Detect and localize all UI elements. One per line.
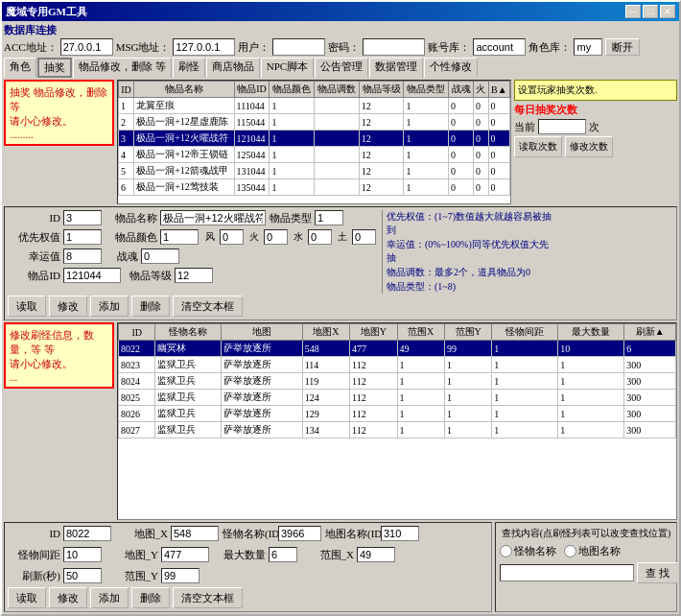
search-input[interactable]: [500, 564, 634, 581]
name-input[interactable]: [160, 210, 266, 225]
earth-input[interactable]: [352, 229, 376, 245]
item-table-container[interactable]: ID 物品名称 物品ID 物品颜色 物品调数 物品等级 物品类型 战魂 火 B▲: [117, 80, 511, 204]
m-del-button[interactable]: 删除: [131, 587, 170, 608]
m-mapx-input[interactable]: [171, 526, 219, 541]
item-del-button[interactable]: 删除: [131, 296, 170, 317]
edit-row-id: ID 物品名称 物品类型: [8, 210, 376, 225]
radio-map[interactable]: [564, 545, 576, 557]
level-label: 物品等级: [124, 269, 172, 283]
m-col-x: 地图X: [302, 324, 349, 341]
table-row[interactable]: 4极品一洞+12帝王锁链1250441121000: [119, 147, 510, 163]
m-col-ry: 范围Y: [444, 324, 491, 341]
edit-row-itemid: 物品ID 物品等级: [8, 268, 376, 283]
m-read-button[interactable]: 读取: [8, 587, 46, 608]
hint3: 物品调数：最多2个，道具物品为0: [387, 266, 554, 279]
item-edit-button[interactable]: 修改: [49, 296, 87, 317]
table-row[interactable]: 8024监狱卫兵萨举放逐所1191121111300: [119, 373, 676, 390]
water-input[interactable]: [308, 229, 332, 245]
item-edit-btns: 读取 修改 添加 删除 清空文本框: [8, 296, 673, 317]
item-read-button[interactable]: 读取: [8, 296, 46, 317]
title-bar: 魔域专用GM工具 ─ □ ✕: [2, 2, 679, 21]
lottery-daily-label: 每日抽奖次数: [514, 103, 577, 117]
m-rangex-input[interactable]: [357, 547, 395, 562]
table-row[interactable]: 8027监狱卫兵萨举放逐所1341121111300: [119, 422, 676, 438]
m-name-label: 怪物名称(ID): [223, 527, 275, 541]
table-row[interactable]: 3极品一洞+12火曜战符1210441121000: [119, 130, 510, 147]
acc-addr-input[interactable]: [60, 38, 113, 56]
monster-table-container[interactable]: ID 怪物名称 地图 地图X 地图Y 范围X 范围Y 怪物间距 最大数量 刷新▲: [117, 322, 677, 520]
priority-input[interactable]: [63, 229, 102, 245]
m-mapname-input[interactable]: [381, 526, 419, 541]
lottery-read-button[interactable]: 读取次数: [514, 136, 562, 157]
maximize-button[interactable]: □: [643, 5, 658, 18]
m-clear-button[interactable]: 清空文本框: [173, 587, 243, 608]
table-row[interactable]: 8025监狱卫兵萨举放逐所1241121111300: [119, 390, 676, 406]
m-col-name: 怪物名称: [155, 324, 222, 341]
search-button[interactable]: 查 找: [637, 562, 677, 583]
table-row[interactable]: 6极品一洞+12莺技装1350441121000: [119, 179, 510, 196]
edit-col-left: ID 物品名称 物品类型 优先权值 物品颜色 风: [8, 210, 376, 294]
tab-data[interactable]: 数据管理: [369, 58, 423, 78]
luck-input[interactable]: [63, 249, 102, 264]
radio-map-text: 地图名称: [578, 544, 621, 558]
bottom-section: 修改刷怪信息，数量，等 等 请小心修改。 ... ID 怪物名称 地图 地图X: [4, 322, 677, 612]
pwd-input[interactable]: [363, 38, 425, 56]
m-edit-row-dist: 怪物间距: [8, 547, 102, 562]
lottery-btns: 读取次数 修改次数: [514, 136, 677, 157]
level-input[interactable]: [175, 268, 213, 283]
tab-role[interactable]: 角色: [4, 58, 36, 78]
db-input[interactable]: [473, 38, 526, 56]
wind-input[interactable]: [220, 229, 244, 245]
lottery-current-input[interactable]: [538, 119, 586, 134]
m-mapy-input[interactable]: [161, 547, 209, 562]
tab-item[interactable]: 物品修改，删除 等: [73, 58, 172, 78]
table-row[interactable]: 8026监狱卫兵萨举放逐所1291121111300: [119, 406, 676, 422]
item-id-input[interactable]: [63, 268, 121, 283]
connect-button[interactable]: 断开: [605, 38, 640, 56]
tab-npc[interactable]: NPC脚本: [261, 58, 314, 78]
zhanhun-input[interactable]: [141, 249, 179, 264]
tab-lottery[interactable]: 抽奖: [37, 58, 72, 78]
notice2-col: 修改刷怪信息，数量，等 等 请小心修改。 ...: [4, 322, 114, 520]
item-clear-button[interactable]: 清空文本框: [173, 296, 243, 317]
m-col-refresh: 刷新▲: [624, 324, 676, 341]
m-max-input[interactable]: [269, 547, 297, 562]
msg-addr-input[interactable]: [173, 38, 235, 56]
msg-addr-label: MSG地址：: [116, 40, 171, 55]
m-rangey-input[interactable]: [161, 568, 200, 583]
m-name-input[interactable]: [278, 526, 321, 541]
edit-row-luck: 幸运值 战魂: [8, 249, 376, 264]
m-refresh-input[interactable]: [63, 568, 102, 583]
table-row[interactable]: 8023监狱卫兵萨举放逐所1141121111300: [119, 357, 676, 373]
close-button[interactable]: ✕: [660, 5, 675, 18]
table-row[interactable]: 5极品一洞+12箭魂战甲1310441121000: [119, 163, 510, 179]
search-input-row: 查 找: [500, 562, 672, 583]
m-id-input[interactable]: [63, 526, 111, 541]
m-max-label: 最大数量: [213, 548, 266, 562]
item-add-button[interactable]: 添加: [90, 296, 129, 317]
m-edit-row-name: 怪物名称(ID): [223, 526, 321, 541]
radio-monster[interactable]: [500, 545, 512, 557]
minimize-button[interactable]: ─: [625, 5, 641, 18]
id-input[interactable]: [63, 210, 102, 225]
tab-shop[interactable]: 商店物品: [206, 58, 260, 78]
col-zhan: 战魂: [449, 82, 474, 98]
tab-personal[interactable]: 个性修改: [424, 58, 478, 78]
role-input[interactable]: [574, 38, 602, 56]
m-edit-button[interactable]: 修改: [49, 587, 87, 608]
fire-input[interactable]: [264, 229, 288, 245]
user-input[interactable]: [272, 38, 325, 56]
fire2-label: 火: [249, 230, 259, 244]
main-window: 魔域专用GM工具 ─ □ ✕ 数据库连接 ACC地址： MSG地址： 用户： 密…: [0, 0, 681, 616]
table-row[interactable]: 2极品一洞+12星虚鹿陈1150441121000: [119, 114, 510, 130]
table-row[interactable]: 8022幽冥林萨举放逐所54847749991106: [119, 341, 676, 357]
lottery-edit-button[interactable]: 修改次数: [565, 136, 613, 157]
table-row[interactable]: 1龙翼至痕1110441121000: [119, 98, 510, 114]
type-input[interactable]: [315, 210, 343, 225]
m-dist-input[interactable]: [63, 547, 102, 562]
m-add-button[interactable]: 添加: [90, 587, 129, 608]
color-input[interactable]: [160, 229, 199, 245]
tab-monster[interactable]: 刷怪: [173, 58, 205, 78]
tab-announce[interactable]: 公告管理: [315, 58, 368, 78]
m-col-dist: 怪物间距: [492, 324, 558, 341]
